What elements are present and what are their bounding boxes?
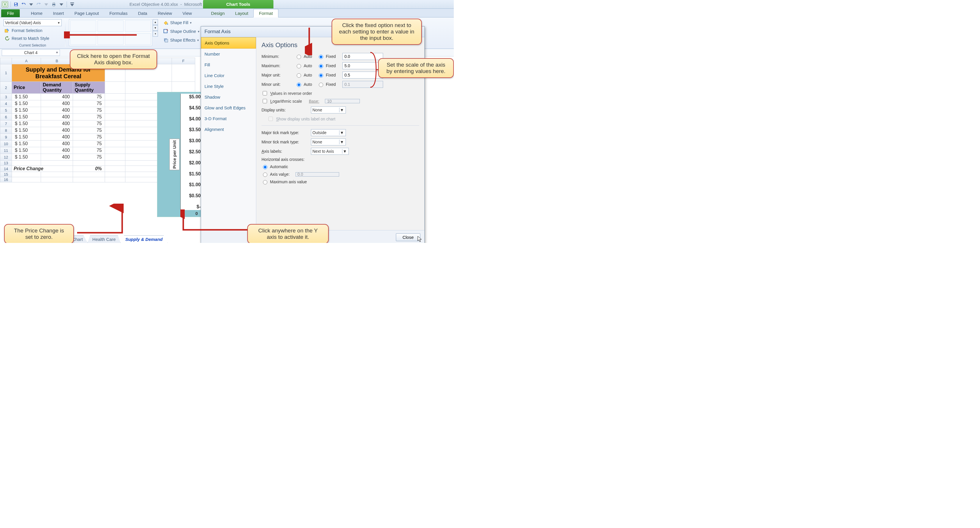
style-swatch[interactable]: [97, 21, 124, 32]
dialog-nav-item[interactable]: Fill: [201, 59, 256, 70]
shape-effects-button[interactable]: Shape Effects: [162, 37, 201, 44]
dialog-nav-item[interactable]: Alignment: [201, 124, 256, 135]
style-swatch[interactable]: [97, 33, 124, 45]
gallery-down-icon[interactable]: ▼: [153, 25, 158, 31]
row-header[interactable]: 16: [0, 177, 12, 182]
tab-review[interactable]: Review: [153, 9, 177, 17]
maximum-input[interactable]: [342, 62, 383, 69]
cell-supply[interactable]: 75: [73, 140, 105, 147]
cell-demand[interactable]: 400: [41, 154, 73, 161]
row-header[interactable]: 12: [0, 154, 12, 161]
cell-demand[interactable]: 400: [41, 147, 73, 154]
row-header[interactable]: 8: [0, 127, 12, 134]
cell-supply[interactable]: 75: [73, 121, 105, 127]
chart-element-selector[interactable]: Vertical (Value) Axis ▼: [3, 19, 62, 26]
row-header[interactable]: 7: [0, 121, 12, 127]
crosses-max-radio[interactable]: Maximum axis value: [261, 179, 419, 184]
dialog-nav-item[interactable]: Glow and Soft Edges: [201, 102, 256, 113]
row-header[interactable]: 15: [0, 172, 12, 177]
col-header[interactable]: A: [12, 58, 41, 64]
cell-supply[interactable]: 75: [73, 94, 105, 100]
row-header[interactable]: 5: [0, 107, 12, 114]
row-header[interactable]: 2: [0, 82, 12, 94]
close-button[interactable]: Close: [396, 233, 420, 241]
sheet-tab[interactable]: Health Care: [88, 235, 121, 243]
print-dropdown-icon[interactable]: [59, 2, 64, 7]
cell-demand[interactable]: 400: [41, 121, 73, 127]
display-units-combo[interactable]: None▼: [311, 107, 346, 113]
undo-dropdown-icon[interactable]: [28, 2, 34, 7]
major-fixed-radio[interactable]: Fixed: [317, 72, 340, 78]
row-header[interactable]: 10: [0, 140, 12, 147]
major-unit-input[interactable]: [342, 72, 383, 78]
dialog-nav-item[interactable]: Line Style: [201, 81, 256, 92]
sheet-tab-active[interactable]: Supply & Demand: [121, 235, 167, 243]
crosses-value-radio[interactable]: Axis value:: [261, 172, 419, 177]
minor-tick-combo[interactable]: None▼: [311, 138, 346, 145]
gallery-up-icon[interactable]: ▲: [153, 19, 158, 25]
row-header[interactable]: 6: [0, 114, 12, 121]
shape-outline-button[interactable]: Shape Outline: [162, 28, 201, 35]
col-header[interactable]: B: [41, 58, 73, 64]
major-auto-radio[interactable]: Auto: [295, 72, 316, 78]
style-swatch[interactable]: [70, 21, 96, 32]
file-tab[interactable]: File: [1, 9, 20, 17]
cell-price[interactable]: $ 1.50: [12, 94, 41, 100]
minor-unit-input[interactable]: [342, 81, 383, 88]
minimum-input[interactable]: [342, 53, 383, 60]
row-header[interactable]: 14: [0, 166, 12, 172]
cell-supply[interactable]: 75: [73, 100, 105, 107]
cell-demand[interactable]: 400: [41, 94, 73, 100]
reset-style-button[interactable]: Reset to Match Style: [3, 35, 62, 42]
cell-supply[interactable]: 75: [73, 134, 105, 140]
cell-price[interactable]: $ 1.50: [12, 121, 41, 127]
save-icon[interactable]: [13, 2, 19, 7]
row-header[interactable]: 13: [0, 161, 12, 166]
cell-supply[interactable]: 75: [73, 127, 105, 134]
redo-dropdown-icon[interactable]: [43, 2, 49, 7]
cell-price[interactable]: $ 1.50: [12, 100, 41, 107]
tab-design[interactable]: Design: [206, 9, 230, 17]
shape-fill-button[interactable]: Shape Fill: [162, 19, 201, 26]
reverse-order-checkbox[interactable]: Values in reverse order: [261, 90, 419, 96]
maximum-auto-radio[interactable]: Auto: [295, 63, 316, 68]
dialog-nav-item[interactable]: Shadow: [201, 92, 256, 102]
tab-data[interactable]: Data: [133, 9, 153, 17]
log-scale-checkbox[interactable]: Logarithmic scale Base:: [261, 98, 419, 104]
minor-fixed-radio[interactable]: Fixed: [317, 82, 340, 87]
minor-auto-radio[interactable]: Auto: [295, 82, 316, 87]
cell-supply[interactable]: 75: [73, 154, 105, 161]
row-header[interactable]: 3: [0, 94, 12, 100]
dialog-nav-item[interactable]: Line Color: [201, 70, 256, 81]
minimum-auto-radio[interactable]: Auto: [295, 54, 316, 59]
cell-demand[interactable]: 400: [41, 127, 73, 134]
tab-insert[interactable]: Insert: [48, 9, 69, 17]
minimum-fixed-radio[interactable]: Fixed: [317, 54, 340, 59]
dialog-nav-item[interactable]: 3-D Format: [201, 113, 256, 124]
tab-layout[interactable]: Layout: [230, 9, 253, 17]
style-swatch[interactable]: [125, 33, 151, 45]
shape-style-gallery[interactable]: [69, 19, 152, 46]
row-header[interactable]: 11: [0, 147, 12, 154]
crosses-value-input[interactable]: [296, 172, 339, 177]
embedded-chart[interactable]: Price per Unit $5.00$4.50$4.00$3.50$3.00…: [157, 92, 204, 217]
undo-icon[interactable]: [21, 2, 27, 7]
cell-demand[interactable]: 400: [41, 114, 73, 121]
style-swatch[interactable]: [125, 21, 151, 32]
gallery-more-icon[interactable]: ▾: [153, 31, 158, 37]
tab-view[interactable]: View: [177, 9, 197, 17]
row-header[interactable]: 4: [0, 100, 12, 107]
qat-customize-icon[interactable]: [69, 2, 75, 7]
dialog-nav-item[interactable]: Axis Options: [201, 37, 256, 49]
name-box[interactable]: Chart 4 ▼: [2, 49, 60, 56]
major-tick-combo[interactable]: Outside▼: [311, 129, 346, 136]
cell-price[interactable]: $ 1.50: [12, 147, 41, 154]
cell-price[interactable]: $ 1.50: [12, 107, 41, 114]
dialog-nav-item[interactable]: Number: [201, 49, 256, 59]
print-icon[interactable]: [51, 2, 57, 7]
tab-format[interactable]: Format: [253, 9, 278, 17]
axis-labels-combo[interactable]: Next to Axis▼: [311, 148, 349, 155]
select-all-corner[interactable]: [0, 58, 12, 64]
redo-icon[interactable]: [36, 2, 41, 7]
tab-formulas[interactable]: Formulas: [104, 9, 133, 17]
